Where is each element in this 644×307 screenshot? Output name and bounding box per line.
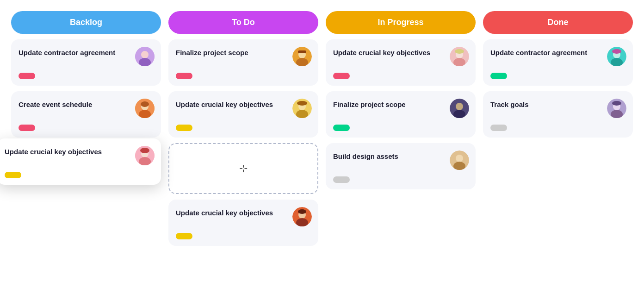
avatar-t2 [292, 99, 312, 118]
svg-point-31 [456, 155, 463, 162]
card-t4[interactable]: Update crucial key objectives [168, 200, 318, 246]
tag-t2 [176, 125, 192, 131]
card-b2[interactable]: Create event schedule [11, 91, 161, 138]
tag-i1 [333, 73, 350, 79]
kanban-board: Backlog Update contractor agreement Crea… [11, 11, 633, 246]
svg-point-10 [140, 148, 149, 153]
svg-point-26 [455, 49, 464, 54]
svg-point-40 [612, 101, 621, 106]
card-title-d2: Track goals [490, 100, 625, 120]
card-title-dragging: Update crucial key objectives [5, 147, 154, 167]
column-header-backlog[interactable]: Backlog [11, 11, 161, 34]
card-d1[interactable]: Update contractor agreement [483, 39, 633, 86]
card-t2[interactable]: Update crucial key objectives [168, 91, 318, 138]
card-title-b1: Update contractor agreement [19, 48, 154, 68]
svg-point-6 [141, 101, 149, 107]
svg-point-36 [612, 49, 621, 54]
avatar-b1 [135, 47, 155, 66]
avatar-t4 [292, 207, 312, 226]
avatar-b2 [135, 99, 155, 118]
tag-i2 [333, 125, 350, 131]
card-title-i2: Finalize project scope [333, 100, 468, 120]
column-header-inprogress[interactable]: In Progress [326, 11, 476, 34]
column-backlog: Backlog Update contractor agreement Crea… [11, 11, 161, 185]
drag-wrapper: Update crucial key objectives [11, 143, 161, 185]
card-title-d1: Update contractor agreement [490, 48, 625, 68]
avatar-i1 [450, 47, 469, 66]
column-header-done[interactable]: Done [483, 11, 633, 34]
tag-b2 [19, 125, 35, 131]
column-done: Done Update contractor agreement Track g… [483, 11, 633, 138]
svg-point-18 [297, 101, 307, 106]
card-title-t1: Finalize project scope [176, 48, 311, 68]
avatar-t1 [292, 47, 312, 66]
card-d2[interactable]: Track goals [483, 91, 633, 138]
svg-rect-14 [298, 50, 306, 53]
card-dropzone[interactable]: ⊹ [168, 143, 318, 194]
tag-t1 [176, 73, 192, 79]
card-title-t4: Update crucial key objectives [176, 208, 311, 228]
card-title-b2: Create event schedule [19, 100, 154, 120]
avatar-d2 [607, 99, 626, 118]
tag-dragging [5, 172, 21, 178]
tag-t4 [176, 233, 192, 239]
svg-point-1 [141, 51, 149, 58]
column-todo: To Do Finalize project scope Update cruc… [168, 11, 318, 246]
card-i1[interactable]: Update crucial key objectives [326, 39, 476, 86]
card-dragging[interactable]: Update crucial key objectives [0, 138, 161, 185]
card-title-i3: Build design assets [333, 151, 468, 172]
card-i3[interactable]: Build design assets [326, 143, 476, 189]
tag-b1 [19, 73, 35, 79]
tag-d1 [490, 73, 507, 79]
avatar-d1 [607, 47, 626, 66]
card-title-t2: Update crucial key objectives [176, 100, 311, 120]
avatar-i3 [450, 150, 469, 170]
move-cursor-icon: ⊹ [239, 163, 248, 175]
card-b1[interactable]: Update contractor agreement [11, 39, 161, 86]
tag-d2 [490, 125, 507, 131]
card-title-i1: Update crucial key objectives [333, 48, 468, 68]
card-t1[interactable]: Finalize project scope [168, 39, 318, 86]
avatar-i2 [450, 99, 469, 118]
column-header-todo[interactable]: To Do [168, 11, 318, 34]
svg-point-22 [298, 209, 306, 214]
column-inprogress: In Progress Update crucial key objective… [326, 11, 476, 189]
avatar-dragging [135, 146, 155, 165]
tag-i3 [333, 176, 350, 183]
card-i2[interactable]: Finalize project scope [326, 91, 476, 138]
svg-point-28 [456, 103, 463, 110]
